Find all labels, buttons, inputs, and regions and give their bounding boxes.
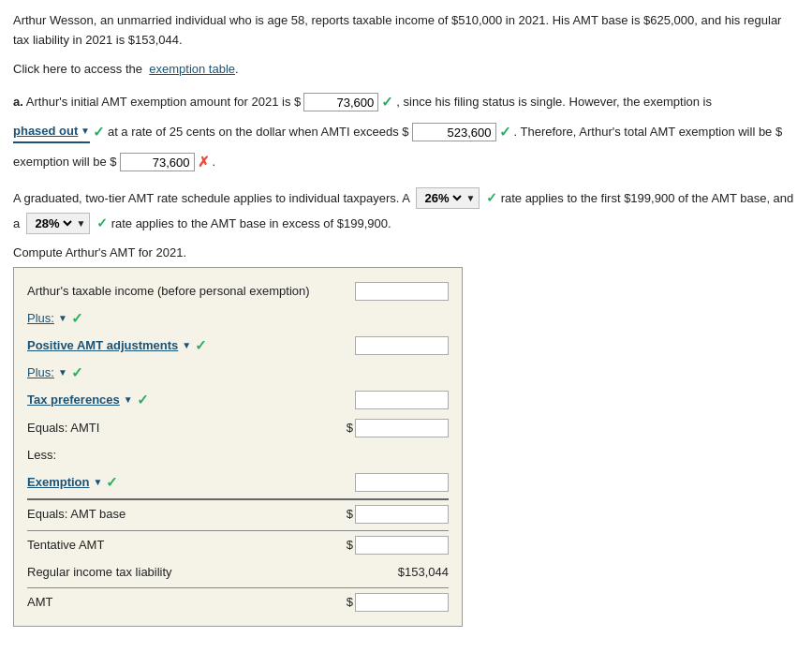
- amt-base-dollar-sign: $: [347, 507, 353, 521]
- table-row-positive-adj: Positive AMT adjustments ▼ ✓: [27, 332, 449, 360]
- section-rate: A graduated, two-tier AMT rate schedule …: [13, 185, 799, 235]
- check-exemption: ✓: [106, 474, 118, 491]
- intro-paragraph: Arthur Wesson, an unmarried individual w…: [13, 11, 799, 51]
- table-row-amt: AMT $: [27, 587, 449, 616]
- rate-text1: A graduated, two-tier AMT rate schedule …: [13, 191, 409, 205]
- equals-amti-input-group: $: [347, 419, 449, 437]
- section-a-line2: phased out ▼ ✓ at a rate of 25 cents on …: [13, 118, 799, 146]
- table-row-regular-tax: Regular income tax liability $153,044: [27, 559, 449, 585]
- plus2-dropdown-label[interactable]: Plus:: [27, 365, 54, 379]
- taxable-income-input[interactable]: [355, 282, 449, 301]
- check-icon-2: ✓: [93, 118, 105, 146]
- period: .: [213, 150, 216, 174]
- x-icon: ✗: [198, 148, 210, 176]
- section-a-text2: , since his filing status is single. How…: [396, 90, 712, 114]
- exemption-input-group: [355, 473, 449, 492]
- rate1-dropdown[interactable]: 26% ▼: [416, 187, 480, 209]
- phased-out-select[interactable]: phased out: [13, 124, 79, 138]
- amt-input-group: $: [347, 593, 449, 612]
- tentative-amt-input-group: $: [347, 536, 449, 555]
- equals-amti-label: Equals: AMTI: [27, 421, 347, 435]
- tax-prefs-text[interactable]: Tax preferences: [27, 393, 120, 407]
- exemption-label: Exemption ▼ ✓: [27, 474, 355, 491]
- rate1-arrow-icon: ▼: [465, 189, 475, 207]
- rate2-arrow-icon: ▼: [76, 215, 85, 232]
- regular-tax-value-group: $153,044: [398, 565, 449, 579]
- tax-prefs-input-group: [355, 391, 449, 409]
- check-plus1: ✓: [71, 310, 83, 327]
- intro-text: Arthur Wesson, an unmarried individual w…: [13, 13, 781, 47]
- equals-amt-base-label: Equals: AMT base: [27, 507, 347, 521]
- plus1-arrow-icon: ▼: [58, 313, 67, 323]
- table-row-tentative-amt: Tentative AMT $: [27, 530, 449, 559]
- tax-prefs-arrow-icon: ▼: [124, 394, 133, 405]
- regular-tax-value: $153,044: [398, 565, 449, 579]
- section-a-label: a.: [13, 90, 23, 114]
- plus1-label: Plus: ▼ ✓: [27, 310, 449, 327]
- regular-tax-label: Regular income tax liability: [27, 565, 398, 579]
- table-row-equals-amt-base: Equals: AMT base $: [27, 498, 449, 528]
- amt-label: AMT: [27, 595, 347, 609]
- amti-dollar-sign: $: [347, 421, 353, 435]
- phased-out-dropdown[interactable]: phased out ▼: [13, 122, 90, 143]
- exemption-table-link[interactable]: exemption table: [149, 62, 235, 76]
- less-label: Less:: [27, 448, 449, 462]
- rate1-select[interactable]: 26%: [421, 190, 465, 206]
- total-exemption-input[interactable]: [120, 153, 195, 171]
- plus1-dropdown-label[interactable]: Plus:: [27, 311, 54, 325]
- click-here-text: Click here to access the: [13, 62, 142, 76]
- taxable-income-input-group: [355, 282, 449, 301]
- check-icon-3: ✓: [499, 118, 511, 146]
- table-row-taxable-income: Arthur's taxable income (before personal…: [27, 277, 449, 305]
- dropdown-arrow-icon: ▼: [81, 122, 90, 141]
- table-row-equals-amti: Equals: AMTI $: [27, 414, 449, 442]
- compute-line: Compute Arthur's AMT for 2021.: [13, 245, 799, 259]
- positive-adj-arrow-icon: ▼: [182, 340, 191, 350]
- exemption-text[interactable]: Exemption: [27, 475, 89, 489]
- tentative-amt-dollar-sign: $: [347, 538, 353, 552]
- tax-prefs-label: Tax preferences ▼ ✓: [27, 392, 355, 408]
- amt-input[interactable]: [355, 593, 449, 612]
- section-a-text1: Arthur's initial AMT exemption amount fo…: [26, 90, 301, 114]
- plus2-label: Plus: ▼ ✓: [27, 364, 449, 381]
- rate2-dropdown[interactable]: 28% ▼: [26, 213, 90, 234]
- check-plus2: ✓: [71, 364, 83, 381]
- check-icon-rate2: ✓: [96, 215, 108, 230]
- section-a-line3: exemption will be $ ✗ .: [13, 148, 799, 176]
- positive-adj-input-group: [355, 336, 449, 355]
- positive-adj-label: Positive AMT adjustments ▼ ✓: [27, 337, 355, 354]
- amt-table: Arthur's taxable income (before personal…: [13, 267, 463, 627]
- check-positive-adj: ✓: [195, 337, 207, 354]
- section-a: a. Arthur's initial AMT exemption amount…: [13, 88, 799, 176]
- amti-exceeds-input[interactable]: [412, 123, 496, 141]
- tentative-amt-input[interactable]: [355, 536, 449, 555]
- exemption-arrow-icon: ▼: [93, 477, 102, 487]
- plus2-arrow-icon: ▼: [58, 367, 67, 378]
- amt-dollar-sign: $: [347, 595, 353, 609]
- taxable-income-label: Arthur's taxable income (before personal…: [27, 284, 355, 298]
- section-a-line1: a. Arthur's initial AMT exemption amount…: [13, 88, 799, 116]
- click-period: .: [235, 62, 239, 76]
- table-row-exemption: Exemption ▼ ✓: [27, 468, 449, 497]
- table-row-tax-prefs: Tax preferences ▼ ✓: [27, 386, 449, 414]
- amt-base-input[interactable]: [355, 505, 449, 524]
- amti-input[interactable]: [355, 419, 449, 437]
- tax-prefs-input[interactable]: [355, 391, 449, 409]
- rate-text3: rate applies to the AMT base in excess o…: [111, 216, 391, 230]
- exemption-amount-input[interactable]: [303, 93, 378, 111]
- table-row-less: Less:: [27, 442, 449, 468]
- tentative-amt-label: Tentative AMT: [27, 538, 347, 552]
- positive-adj-text[interactable]: Positive AMT adjustments: [27, 338, 178, 352]
- section-a-text3: at a rate of 25 cents on the dollar when…: [108, 120, 409, 144]
- check-icon-rate1: ✓: [486, 190, 497, 205]
- exemption-input[interactable]: [355, 473, 449, 492]
- table-row-plus1: Plus: ▼ ✓: [27, 305, 449, 332]
- positive-adj-input[interactable]: [355, 336, 449, 355]
- check-icon-1: ✓: [381, 88, 393, 116]
- equals-amt-base-input-group: $: [347, 505, 449, 524]
- rate2-select[interactable]: 28%: [31, 215, 75, 231]
- click-line: Click here to access the exemption table…: [13, 60, 799, 80]
- exemption-will-be-text: exemption will be $: [13, 150, 117, 174]
- section-a-text4: . Therefore, Arthur's total AMT exemptio…: [514, 120, 783, 144]
- check-tax-prefs: ✓: [137, 392, 149, 408]
